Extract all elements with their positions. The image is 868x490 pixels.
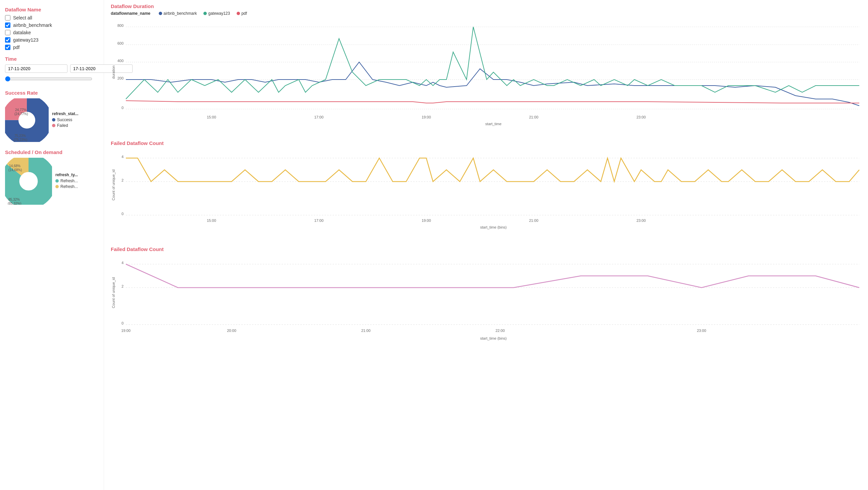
refresh1-label: Refresh... xyxy=(60,179,78,183)
checkbox-datalake-input[interactable] xyxy=(5,30,10,35)
failed-percent-label: 24,77% xyxy=(15,108,27,112)
checkbox-airbnb-label: airbnb_benchmark xyxy=(13,23,52,28)
airbnb-legend-dot xyxy=(159,12,162,15)
checkbox-select-all-input[interactable] xyxy=(5,15,10,21)
duration-chart-title: Dataflow Duration xyxy=(111,3,863,9)
checkbox-gateway123-input[interactable] xyxy=(5,37,10,42)
svg-text:23:00: 23:00 xyxy=(637,115,646,119)
pdf-legend-dot xyxy=(237,12,240,15)
svg-text:0: 0 xyxy=(122,212,124,216)
svg-text:800: 800 xyxy=(118,24,124,28)
svg-text:15:00: 15:00 xyxy=(207,218,216,222)
svg-text:22:00: 22:00 xyxy=(495,329,505,333)
gateway123-legend-label: gateway123 xyxy=(208,11,230,16)
svg-text:duration: duration xyxy=(112,65,116,79)
sched-small-percent: 14,68% xyxy=(9,164,21,168)
refresh2-label: Refresh... xyxy=(60,184,78,189)
svg-text:400: 400 xyxy=(118,59,124,63)
checkbox-airbnb[interactable]: airbnb_benchmark xyxy=(5,23,99,28)
success-legend-title: refresh_stat... xyxy=(52,112,79,116)
failed-dot xyxy=(52,124,55,127)
svg-text:20:00: 20:00 xyxy=(227,329,236,333)
duration-chart-legend: dataflowname_name airbnb_benchmark gatew… xyxy=(111,11,863,16)
scheduled-section-title: Scheduled / On demand xyxy=(5,149,99,155)
svg-text:Count of unique_id: Count of unique_id xyxy=(112,170,116,201)
checkbox-pdf[interactable]: pdf xyxy=(5,44,99,50)
svg-text:21:00: 21:00 xyxy=(529,115,538,119)
failed-label: Failed xyxy=(57,123,68,128)
svg-text:start_time: start_time xyxy=(485,122,501,126)
svg-text:19:00: 19:00 xyxy=(422,218,431,222)
checkbox-pdf-input[interactable] xyxy=(5,44,10,50)
svg-text:19:00: 19:00 xyxy=(422,115,431,119)
checkbox-gateway123-label: gateway123 xyxy=(13,37,39,42)
time-slider[interactable] xyxy=(5,76,92,82)
success-rate-title: Success Rate xyxy=(5,90,99,96)
svg-text:start_time (bins): start_time (bins) xyxy=(480,225,507,229)
time-section-title: Time xyxy=(5,56,99,62)
checkbox-pdf-label: pdf xyxy=(13,44,20,50)
svg-text:2: 2 xyxy=(122,284,124,288)
success-legend-item-success: Success xyxy=(52,118,79,122)
checkbox-datalake[interactable]: datalake xyxy=(5,30,99,35)
pdf-legend-label: pdf xyxy=(241,11,247,16)
refresh2-dot xyxy=(55,185,59,188)
svg-text:21:00: 21:00 xyxy=(529,218,538,222)
success-percent-label2: (75,23%) xyxy=(14,138,28,142)
sched-large-percent: 85,32% xyxy=(8,198,20,202)
duration-chart-svg: 800 600 400 200 0 duration 15:00 17:00 1… xyxy=(111,19,863,129)
svg-text:4: 4 xyxy=(122,155,124,159)
success-pie-chart: 24,77% (24,77%) 75,23% (75,23%) xyxy=(5,98,49,142)
svg-text:4: 4 xyxy=(122,261,124,265)
svg-text:15:00: 15:00 xyxy=(207,115,216,119)
gateway123-legend-dot xyxy=(204,12,207,15)
failed-count-chart-svg: 4 2 0 Count of unique_id 15:00 17:00 19:… xyxy=(111,148,863,235)
scheduled-legend-item-refresh1: Refresh... xyxy=(55,179,78,183)
svg-text:23:00: 23:00 xyxy=(637,218,646,222)
svg-text:19:00: 19:00 xyxy=(121,329,130,333)
svg-text:17:00: 17:00 xyxy=(314,218,323,222)
sched-small-percent2: (14,68%) xyxy=(8,168,22,172)
failed-percent-label2: (24,77%) xyxy=(14,112,28,116)
failed-count2-chart-svg: 4 2 0 Count of unique_id 19:00 20:00 21:… xyxy=(111,254,863,348)
checkbox-gateway123[interactable]: gateway123 xyxy=(5,37,99,42)
success-legend-item-failed: Failed xyxy=(52,123,79,128)
scheduled-legend: refresh_ty... Refresh... Refresh... xyxy=(55,173,78,190)
failed-count-chart-title: Failed Dataflow Count xyxy=(111,140,863,146)
checkbox-select-all-label: Select all xyxy=(13,15,32,21)
scheduled-legend-title: refresh_ty... xyxy=(55,173,78,177)
failed-count2-chart-title: Failed Dataflow Count xyxy=(111,246,863,252)
scheduled-legend-item-refresh2: Refresh... xyxy=(55,184,78,189)
duration-legend-label: dataflowname_name xyxy=(111,11,150,16)
dataflow-section-title: Dataflow Name xyxy=(5,7,99,12)
duration-chart-block: Dataflow Duration dataflowname_name airb… xyxy=(111,3,863,130)
svg-text:start_time (bins): start_time (bins) xyxy=(480,336,507,340)
svg-text:17:00: 17:00 xyxy=(314,115,323,119)
airbnb-legend-label: airbnb_benchmark xyxy=(163,11,197,16)
checkbox-airbnb-input[interactable] xyxy=(5,23,10,28)
success-label: Success xyxy=(57,118,72,122)
legend-airbnb: airbnb_benchmark xyxy=(159,11,197,16)
refresh1-dot xyxy=(55,179,59,183)
svg-text:0: 0 xyxy=(122,321,124,325)
svg-text:2: 2 xyxy=(122,178,124,182)
svg-text:21:00: 21:00 xyxy=(361,329,371,333)
checkbox-select-all[interactable]: Select all xyxy=(5,15,99,21)
time-start-input[interactable] xyxy=(5,64,67,73)
checkbox-datalake-label: datalake xyxy=(13,30,31,35)
svg-text:23:00: 23:00 xyxy=(697,329,706,333)
legend-gateway123: gateway123 xyxy=(204,11,230,16)
svg-text:200: 200 xyxy=(118,76,124,80)
svg-text:600: 600 xyxy=(118,41,124,45)
failed-count2-chart-block: Failed Dataflow Count 4 2 0 Count of uni… xyxy=(111,246,863,349)
success-legend: refresh_stat... Success Failed xyxy=(52,112,79,129)
svg-text:0: 0 xyxy=(122,106,124,110)
legend-pdf: pdf xyxy=(237,11,247,16)
svg-text:Count of unique_id: Count of unique_id xyxy=(112,277,116,308)
scheduled-pie-chart: 14,68% (14,68%) 85,32% (85,32%) xyxy=(5,158,52,205)
failed-count-chart-block: Failed Dataflow Count 4 2 0 Count of uni… xyxy=(111,140,863,236)
success-percent-label: 75,23% xyxy=(14,134,26,137)
success-dot xyxy=(52,118,55,122)
sched-large-percent2: (85,32%) xyxy=(8,202,22,205)
